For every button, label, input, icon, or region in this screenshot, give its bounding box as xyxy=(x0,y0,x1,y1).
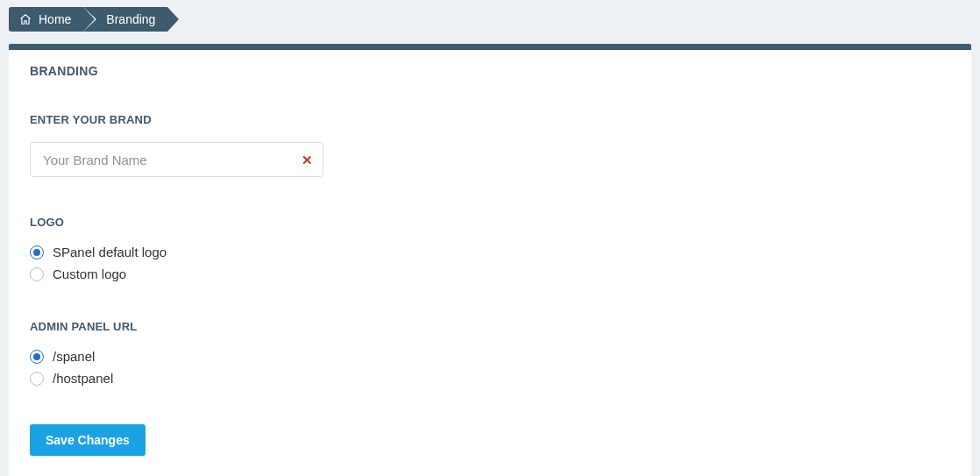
radio-icon xyxy=(30,267,44,281)
logo-radio-group: SPanel default logo Custom logo xyxy=(30,245,950,281)
admin-url-section-label: ADMIN PANEL URL xyxy=(30,320,950,333)
radio-hostpanel-url[interactable]: /hostpanel xyxy=(30,371,950,386)
breadcrumb-home-label: Home xyxy=(39,12,71,26)
radio-label: /hostpanel xyxy=(53,371,113,386)
radio-icon xyxy=(30,350,44,364)
radio-icon xyxy=(30,372,44,386)
radio-label: SPanel default logo xyxy=(53,245,167,259)
save-button[interactable]: Save Changes xyxy=(30,424,146,456)
clear-icon[interactable]: ✕ xyxy=(302,153,313,167)
page-title: BRANDING xyxy=(30,64,950,78)
radio-icon xyxy=(30,245,44,259)
brand-name-input[interactable] xyxy=(30,142,323,177)
branding-panel: BRANDING ENTER YOUR BRAND ✕ LOGO SPanel … xyxy=(9,44,971,476)
breadcrumb: Home Branding xyxy=(0,0,980,44)
radio-label: /spanel xyxy=(53,349,95,364)
logo-section-label: LOGO xyxy=(30,216,950,229)
radio-spanel-default-logo[interactable]: SPanel default logo xyxy=(30,245,950,259)
breadcrumb-current-label: Branding xyxy=(106,12,155,26)
radio-custom-logo[interactable]: Custom logo xyxy=(30,266,950,281)
breadcrumb-home[interactable]: Home xyxy=(9,7,83,32)
brand-section-label: ENTER YOUR BRAND xyxy=(30,113,950,126)
radio-label: Custom logo xyxy=(53,266,126,281)
home-icon xyxy=(19,13,32,25)
radio-spanel-url[interactable]: /spanel xyxy=(30,349,950,364)
admin-url-radio-group: /spanel /hostpanel xyxy=(30,349,950,386)
